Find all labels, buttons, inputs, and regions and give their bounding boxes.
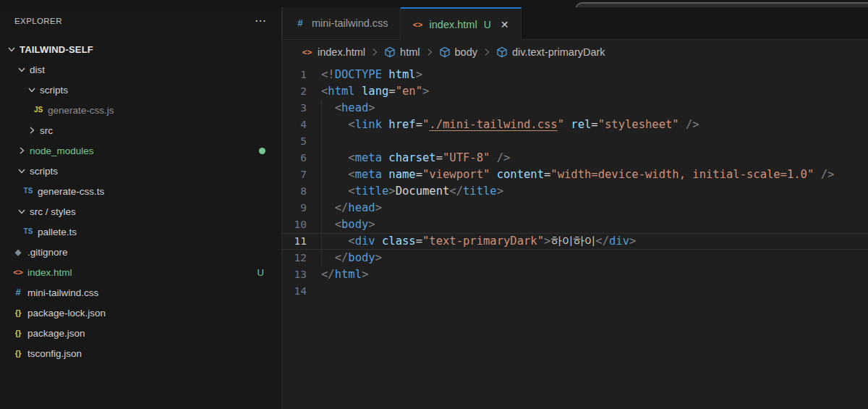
code-line-11[interactable]: 11 <div class="text-primaryDark">하이하이</d…	[282, 233, 868, 250]
breadcrumb-item-html[interactable]: html	[384, 46, 420, 58]
code-token: <	[321, 218, 341, 231]
code-token: >	[375, 251, 382, 264]
breadcrumb-separator-icon	[425, 47, 435, 57]
tree-folder-scripts[interactable]: scripts	[0, 161, 281, 181]
code-area[interactable]: 1<!DOCTYPE html>2<html lang="en">3 <head…	[282, 64, 868, 409]
line-number[interactable]: 13	[282, 266, 321, 283]
code-line-4[interactable]: 4 <link href="./mini-tailwind.css" rel="…	[282, 117, 868, 133]
tree-item-label: src / styles	[30, 206, 76, 217]
tree-folder-src-styles[interactable]: src / styles	[0, 201, 281, 222]
tab-git-status: U	[484, 19, 491, 30]
tree-file-mini-tailwind-css[interactable]: #mini-tailwind.css	[0, 282, 281, 303]
breadcrumb-item-body[interactable]: body	[439, 46, 477, 58]
code-line-9[interactable]: 9 </head>	[282, 200, 868, 216]
tree-file-pallete-ts[interactable]: TSpallete.ts	[0, 222, 281, 242]
code-line-2[interactable]: 2<html lang="en">	[282, 83, 868, 100]
close-tab-button[interactable]: ✕	[501, 19, 509, 30]
tab-index-html[interactable]: <>index.htmlU✕	[401, 7, 522, 40]
line-number[interactable]: 3	[282, 100, 321, 117]
tree-file-index-html[interactable]: <>index.htmlU	[0, 262, 281, 282]
code-line-text: <html lang="en">	[321, 83, 429, 100]
code-line-text: <link href="./mini-tailwind.css" rel="st…	[321, 117, 699, 133]
code-token: =	[591, 118, 597, 131]
tree-file-gitignore[interactable]: ◆.gitignore	[0, 242, 281, 262]
tree-folder-tailwind-self[interactable]: TAILWIND-SELF	[0, 39, 281, 59]
code-token: ./mini-tailwind.css	[429, 118, 557, 131]
code-line-5[interactable]: 5	[282, 133, 868, 150]
code-token: <	[321, 101, 341, 114]
json-file-icon: {}	[12, 347, 25, 359]
tree-file-generate-css-js[interactable]: JSgenerate-css.js	[0, 100, 281, 120]
code-token: </	[449, 185, 463, 198]
breadcrumb-separator-icon	[370, 47, 380, 57]
line-number[interactable]: 12	[282, 250, 321, 266]
js-file-icon: JS	[32, 104, 45, 116]
css-file-icon: #	[12, 287, 25, 298]
code-line-6[interactable]: 6 <meta charset="UTF-8" />	[282, 150, 868, 166]
code-token: >	[368, 101, 375, 114]
tree-folder-scripts[interactable]: scripts	[0, 80, 281, 100]
tree-item-label: package.json	[27, 328, 85, 339]
code-line-1[interactable]: 1<!DOCTYPE html>	[282, 67, 868, 83]
breadcrumb-label: div.text-primaryDark	[512, 46, 605, 58]
code-line-14[interactable]: 14	[282, 283, 868, 300]
line-number[interactable]: 8	[282, 183, 321, 200]
line-number[interactable]: 2	[282, 83, 321, 100]
code-token: <!	[321, 68, 335, 81]
tree-folder-node-modules[interactable]: node_modules	[0, 140, 281, 161]
line-number[interactable]: 14	[282, 283, 321, 300]
tree-item-label: tsconfig.json	[27, 348, 82, 359]
breadcrumb-label: index.html	[318, 46, 365, 58]
code-token: "en"	[396, 85, 422, 98]
ts-file-icon: TS	[22, 226, 35, 237]
code-token: </	[595, 235, 609, 248]
tree-file-package-lock-json[interactable]: {}package-lock.json	[0, 303, 281, 323]
line-number[interactable]: 5	[282, 133, 321, 150]
code-token: >	[362, 268, 368, 281]
code-token: <	[321, 85, 328, 98]
code-line-7[interactable]: 7 <meta name="viewport" content="width=d…	[282, 166, 868, 183]
git-status-badge: U	[258, 267, 264, 278]
tree-folder-dist[interactable]: dist	[0, 59, 281, 80]
code-token: "	[558, 118, 564, 131]
code-token: =	[416, 168, 422, 181]
line-number[interactable]: 10	[282, 216, 321, 233]
tree-file-package-json[interactable]: {}package.json	[0, 323, 281, 343]
line-number[interactable]: 6	[282, 150, 321, 166]
line-number[interactable]: 9	[282, 200, 321, 216]
line-number[interactable]: 1	[282, 67, 321, 83]
tree-folder-src[interactable]: src	[0, 120, 281, 140]
code-token: >	[422, 85, 429, 98]
breadcrumb-item-index-html[interactable]: <>index.html	[301, 46, 365, 58]
code-line-3[interactable]: 3 <head>	[282, 100, 868, 117]
line-number[interactable]: 4	[282, 117, 321, 133]
tree-item-label: mini-tailwind.css	[27, 287, 98, 298]
code-token: href	[382, 118, 416, 131]
code-line-text: <head>	[321, 100, 375, 117]
code-line-13[interactable]: 13</html>	[282, 266, 868, 283]
explorer-sidebar: EXPLORER ⋯ TAILWIND-SELFdistscriptsJSgen…	[0, 7, 282, 409]
tree-item-label: generate-css.ts	[38, 186, 104, 197]
tab-mini-tailwind-css[interactable]: #mini-tailwind.css	[282, 7, 401, 40]
breadcrumb-item-div-text-primarydark[interactable]: div.text-primaryDark	[496, 46, 605, 58]
code-line-text: <title>Document</title>	[321, 183, 503, 200]
explorer-more-actions-button[interactable]: ⋯	[255, 17, 267, 25]
modified-dot-badge	[259, 148, 265, 154]
line-number[interactable]: 11	[282, 233, 321, 250]
chevron-down-icon	[26, 84, 38, 96]
tree-file-tsconfig-json[interactable]: {}tsconfig.json	[0, 343, 281, 363]
tree-file-generate-css-ts[interactable]: TSgenerate-css.ts	[0, 181, 281, 201]
code-token: title	[463, 185, 497, 198]
code-line-12[interactable]: 12 </body>	[282, 250, 868, 266]
json-file-icon: {}	[12, 307, 25, 319]
json-file-icon: {}	[12, 327, 25, 339]
html-tab-icon: <>	[412, 19, 424, 30]
code-line-10[interactable]: 10 <body>	[282, 216, 868, 233]
code-token: div	[609, 235, 629, 248]
code-line-8[interactable]: 8 <title>Document</title>	[282, 183, 868, 200]
code-token: >	[375, 201, 382, 214]
code-token: />	[490, 151, 510, 164]
vscode-window: EXPLORER ⋯ TAILWIND-SELFdistscriptsJSgen…	[0, 0, 868, 409]
line-number[interactable]: 7	[282, 166, 321, 183]
code-token: rel	[564, 118, 591, 131]
